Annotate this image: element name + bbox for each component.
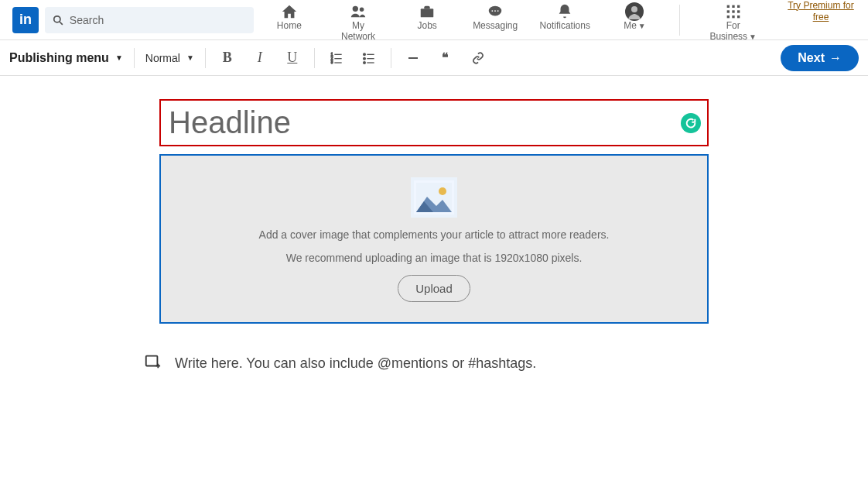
divider	[391, 48, 391, 68]
nav-messaging-label: Messaging	[473, 20, 518, 31]
premium-link[interactable]: Try Premium for free	[786, 0, 856, 24]
cover-image-upload[interactable]: Add a cover image that complements your …	[159, 154, 709, 324]
svg-point-10	[631, 6, 637, 12]
nav-jobs-label: Jobs	[417, 20, 436, 31]
divider	[205, 48, 206, 68]
grammarly-icon[interactable]	[681, 113, 701, 133]
svg-rect-4	[421, 9, 434, 17]
svg-line-1	[60, 21, 63, 24]
svg-point-6	[492, 10, 494, 12]
divider	[314, 48, 315, 68]
headline-placeholder: Headline	[169, 105, 699, 140]
search-input[interactable]: Search	[45, 7, 254, 33]
home-icon	[281, 3, 298, 20]
search-placeholder-text: Search	[70, 14, 104, 26]
link-button[interactable]	[467, 47, 489, 69]
svg-rect-14	[726, 10, 729, 12]
nav-jobs[interactable]: Jobs	[404, 0, 450, 31]
nav-me-label: Me▼	[624, 20, 646, 31]
svg-point-7	[494, 10, 496, 12]
chevron-down-icon: ▼	[186, 53, 194, 62]
svg-rect-17	[726, 15, 729, 18]
svg-point-34	[439, 187, 446, 195]
unordered-list-button[interactable]	[358, 47, 380, 69]
bold-button[interactable]: B	[217, 47, 238, 69]
nav-notifications-label: Notifications	[540, 20, 590, 31]
svg-rect-11	[726, 5, 729, 7]
linkedin-logo[interactable]: in	[12, 7, 39, 33]
top-nav: in Search Home My Network Jobs	[0, 0, 868, 40]
svg-text:2: 2	[330, 57, 333, 60]
body-placeholder: Write here. You can also include @mentio…	[175, 355, 536, 372]
nav-messaging[interactable]: Messaging	[472, 0, 518, 31]
divider	[134, 48, 135, 68]
cover-instruction-2: We recommend uploading an image that is …	[286, 252, 583, 264]
underline-button[interactable]: U	[282, 47, 303, 69]
editor-area: Headline Add a cover image that compleme…	[0, 76, 868, 374]
svg-rect-19	[737, 15, 740, 18]
headline-input[interactable]: Headline	[159, 99, 709, 146]
nav-business-label: For Business▼	[702, 20, 764, 42]
svg-point-0	[54, 15, 60, 22]
svg-rect-16	[737, 10, 740, 12]
ordered-list-button[interactable]: 123	[326, 47, 347, 69]
nav-network[interactable]: My Network	[334, 0, 382, 42]
svg-point-2	[353, 5, 358, 11]
chevron-down-icon: ▼	[115, 53, 123, 62]
svg-rect-37	[146, 356, 158, 366]
svg-point-28	[363, 57, 365, 60]
quote-button[interactable]: ❝	[435, 47, 456, 69]
nav-home-label: Home	[277, 20, 302, 31]
apps-icon	[726, 3, 741, 20]
nav-business[interactable]: For Business▼	[702, 0, 764, 42]
arrow-right-icon: →	[829, 51, 842, 65]
svg-rect-15	[732, 10, 734, 12]
nav-network-label: My Network	[334, 20, 382, 42]
publishing-menu[interactable]: Publishing menu ▼	[9, 51, 123, 65]
add-media-icon[interactable]	[144, 353, 161, 374]
network-icon	[350, 3, 367, 20]
svg-point-8	[497, 10, 499, 12]
svg-point-3	[360, 7, 364, 12]
cover-instruction-1: Add a cover image that complements your …	[259, 228, 610, 241]
nav-notifications[interactable]: Notifications	[540, 0, 589, 31]
nav-me[interactable]: Me▼	[611, 0, 658, 31]
messaging-icon	[487, 3, 504, 20]
svg-point-26	[363, 53, 365, 56]
svg-point-30	[363, 61, 365, 63]
avatar-icon	[625, 3, 644, 20]
bell-icon	[556, 3, 573, 20]
paragraph-style-label: Normal	[145, 52, 180, 64]
svg-text:3: 3	[330, 60, 333, 64]
nav-separator	[679, 5, 680, 36]
image-placeholder-icon	[411, 177, 457, 218]
next-button[interactable]: Next →	[781, 45, 859, 71]
italic-button[interactable]: I	[249, 47, 271, 69]
search-icon	[53, 12, 63, 29]
body-input[interactable]: Write here. You can also include @mentio…	[144, 353, 724, 374]
nav-items: Home My Network Jobs Messaging Notificat…	[266, 0, 856, 40]
svg-rect-13	[737, 5, 740, 7]
divider-button[interactable]	[402, 47, 424, 69]
svg-text:1: 1	[330, 52, 333, 56]
paragraph-style-select[interactable]: Normal ▼	[145, 52, 194, 64]
editor-toolbar: Publishing menu ▼ Normal ▼ B I U 123 ❝ N…	[0, 40, 868, 76]
svg-rect-18	[732, 15, 734, 18]
publishing-menu-label: Publishing menu	[9, 51, 109, 65]
svg-rect-12	[732, 5, 734, 7]
next-button-label: Next	[798, 51, 825, 65]
upload-button[interactable]: Upload	[398, 275, 470, 302]
nav-home[interactable]: Home	[266, 0, 313, 31]
jobs-icon	[419, 3, 436, 20]
